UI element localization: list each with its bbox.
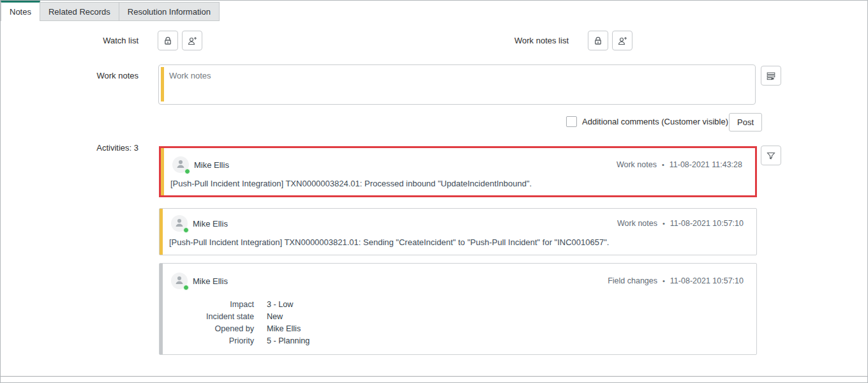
work-notes-accent-bar — [160, 209, 163, 255]
watch-list-label: Watch list — [1, 36, 138, 45]
activity-card[interactable]: Mike Ellis Work notes • 11-08-2021 11:43… — [159, 146, 757, 197]
filter-icon — [766, 151, 776, 161]
activity-timestamp: 11-08-2021 10:57:10 — [670, 276, 744, 285]
activity-card[interactable]: Mike Ellis Work notes • 11-08-2021 10:57… — [159, 208, 757, 255]
additional-comments-checkbox[interactable] — [566, 116, 577, 127]
activity-meta: Work notes • 11-08-2021 11:43:28 — [617, 160, 742, 169]
lock-icon — [163, 36, 173, 46]
meta-separator: • — [662, 220, 665, 227]
work-notes-list-add-user-button[interactable] — [612, 31, 632, 50]
field-change-value: New — [267, 312, 283, 321]
tab-related-records[interactable]: Related Records — [40, 2, 119, 21]
activity-filter-button[interactable] — [761, 146, 781, 165]
watch-list-add-user-button[interactable] — [182, 31, 202, 50]
tab-notes[interactable]: Notes — [1, 1, 40, 21]
activity-stream-icon — [766, 71, 776, 81]
activity-category: Work notes — [617, 219, 657, 228]
form-tabs: Notes Related Records Resolution Informa… — [1, 1, 220, 21]
field-change-row: Priority 5 - Planning — [172, 334, 310, 347]
activity-author: Mike Ellis — [193, 219, 228, 229]
field-change-label: Priority — [172, 336, 254, 345]
activity-body: [Push-Pull Incident Integration] TXN0000… — [170, 179, 742, 188]
activity-meta: Field changes • 11-08-2021 10:57:10 — [608, 276, 744, 285]
work-notes-label: Work notes — [1, 71, 138, 80]
field-change-label: Opened by — [172, 324, 254, 333]
notes-tab-page: Notes Related Records Resolution Informa… — [0, 0, 868, 383]
activity-author: Mike Ellis — [194, 160, 229, 170]
field-change-label: Impact — [172, 300, 254, 309]
activity-timestamp: 11-08-2021 10:57:10 — [670, 219, 744, 228]
avatar — [172, 156, 189, 173]
activity-body: [Push-Pull Incident Integration] TXN0000… — [169, 237, 744, 247]
work-notes-list-lock-button[interactable] — [588, 31, 608, 50]
user-avatar-icon — [172, 159, 189, 169]
activity-category: Work notes — [617, 160, 657, 169]
meta-separator: • — [662, 277, 665, 285]
work-notes-list-label: Work notes list — [441, 36, 569, 45]
activity-stream-button[interactable] — [761, 66, 781, 86]
lock-icon — [593, 36, 603, 46]
avatar — [171, 215, 188, 232]
user-avatar-icon — [171, 218, 188, 228]
tab-resolution-information[interactable]: Resolution Information — [119, 2, 220, 21]
work-notes-input[interactable] — [158, 64, 756, 105]
activity-category: Field changes — [608, 276, 657, 285]
field-change-row: Incident state New — [172, 310, 310, 322]
presence-online-dot — [184, 169, 190, 174]
field-changes-accent-bar — [160, 264, 163, 354]
work-notes-accent-bar — [161, 148, 164, 195]
presence-online-dot — [183, 227, 189, 233]
field-change-label: Incident state — [172, 312, 254, 321]
user-avatar-icon — [171, 275, 188, 285]
meta-separator: • — [662, 161, 664, 169]
field-change-row: Opened by Mike Ellis — [172, 322, 310, 334]
work-notes-field-wrap — [158, 64, 756, 105]
field-change-value: 5 - Planning — [267, 336, 310, 345]
activity-card[interactable]: Mike Ellis Field changes • 11-08-2021 10… — [159, 263, 757, 355]
field-change-value: Mike Ellis — [267, 324, 301, 333]
add-user-icon — [617, 36, 628, 46]
field-change-row: Impact 3 - Low — [172, 298, 310, 310]
bottom-divider — [1, 376, 867, 377]
activity-author: Mike Ellis — [193, 276, 228, 286]
activities-header: Activities: 3 — [1, 143, 138, 153]
activity-timestamp: 11-08-2021 11:43:28 — [670, 160, 742, 169]
field-changes-list: Impact 3 - Low Incident state New Opened… — [172, 298, 310, 347]
add-user-icon — [187, 36, 198, 46]
avatar — [171, 273, 188, 289]
post-button[interactable]: Post — [729, 113, 762, 131]
activity-meta: Work notes • 11-08-2021 10:57:10 — [617, 219, 744, 228]
presence-online-dot — [183, 285, 189, 290]
additional-comments-label: Additional comments (Customer visible) — [582, 117, 728, 126]
field-change-value: 3 - Low — [267, 300, 293, 309]
watch-list-lock-button[interactable] — [158, 31, 178, 50]
